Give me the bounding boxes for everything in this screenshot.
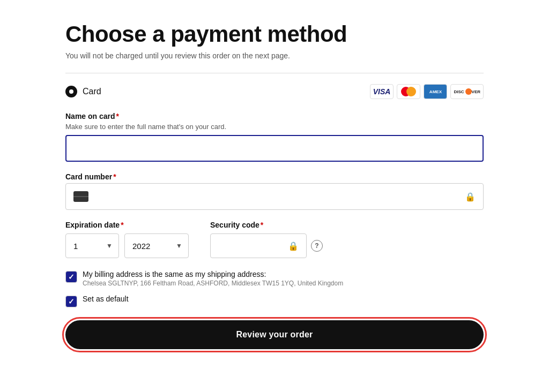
security-help-icon[interactable]: ?	[311, 240, 323, 252]
mastercard-icon	[397, 84, 420, 99]
billing-checkbox-row: ✓ My billing address is the same as my s…	[65, 270, 484, 287]
name-on-card-input[interactable]	[65, 135, 484, 162]
billing-checkbox-label: My billing address is the same as my shi…	[83, 270, 343, 278]
card-lock-icon: 🔒	[465, 192, 476, 202]
expiry-selects: 1 2 3 4 5 6 7 8 9 10 11 12 ▼	[65, 233, 189, 258]
security-code-input-box[interactable]: 🔒	[210, 233, 307, 258]
card-chip-icon	[73, 191, 88, 202]
expiry-year-select[interactable]: 2022 2023 2024 2025 2026 2027 2028 2029 …	[124, 233, 189, 258]
card-number-label: Card number*	[65, 172, 484, 181]
page-title: Choose a payment method	[65, 21, 484, 47]
default-checkbox-label: Set as default	[83, 295, 129, 303]
security-col: Security code* 🔒 ?	[210, 221, 484, 258]
discover-icon: DISCVER	[450, 84, 484, 99]
card-icons-group: VISA AMEX DISCVER	[370, 84, 484, 99]
default-checkbox-row: ✓ Set as default	[65, 295, 484, 307]
expiry-year-wrapper: 2022 2023 2024 2025 2026 2027 2028 2029 …	[124, 233, 189, 258]
visa-icon: VISA	[370, 84, 394, 99]
expiry-month-wrapper: 1 2 3 4 5 6 7 8 9 10 11 12 ▼	[65, 233, 119, 258]
expiry-label: Expiration date*	[65, 221, 189, 229]
default-checkmark-icon: ✓	[68, 298, 75, 305]
section-divider	[65, 73, 484, 73]
name-on-card-label: Name on card*	[65, 112, 484, 120]
security-label: Security code*	[210, 221, 484, 229]
security-code-wrapper: 🔒 ?	[210, 233, 484, 258]
billing-checkmark-icon: ✓	[68, 273, 75, 281]
page-container: Choose a payment method You will not be …	[65, 21, 484, 349]
payment-option-row: Card VISA AMEX DISCVER	[65, 84, 484, 99]
expiry-month-select[interactable]: 1 2 3 4 5 6 7 8 9 10 11 12	[65, 233, 119, 258]
card-radio-button[interactable]	[65, 86, 77, 97]
name-on-card-hint: Make sure to enter the full name that's …	[65, 123, 484, 131]
radio-inner	[69, 89, 73, 94]
page-subtitle: You will not be charged until you review…	[65, 51, 484, 60]
billing-checkbox-content: My billing address is the same as my shi…	[83, 270, 343, 287]
payment-option-left: Card	[65, 86, 101, 97]
security-lock-icon: 🔒	[288, 241, 299, 251]
default-checkbox[interactable]: ✓	[65, 296, 77, 307]
name-on-card-group: Name on card* Make sure to enter the ful…	[65, 112, 484, 162]
amex-icon: AMEX	[424, 84, 447, 99]
billing-checkbox[interactable]: ✓	[65, 271, 77, 283]
expiry-col: Expiration date* 1 2 3 4 5 6 7 8 9 10	[65, 221, 189, 258]
review-order-button[interactable]: Review your order	[65, 320, 484, 349]
expiry-security-row: Expiration date* 1 2 3 4 5 6 7 8 9 10	[65, 221, 484, 258]
billing-address-text: Chelsea SGLTNYP, 166 Feltham Road, ASHFO…	[83, 280, 343, 287]
payment-option-label: Card	[83, 87, 101, 96]
card-number-group: Card number* 🔒	[65, 172, 484, 210]
card-number-input-wrapper[interactable]: 🔒	[65, 183, 484, 210]
